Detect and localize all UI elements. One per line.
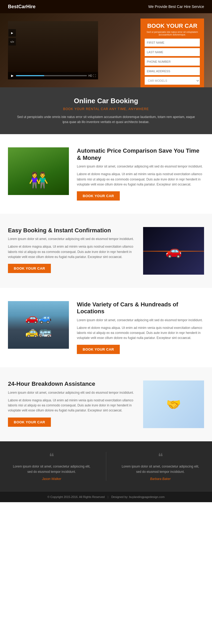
email-input[interactable]	[145, 67, 200, 75]
booking-form-container: BOOK YOUR CAR Sed ut perspiciatis iste n…	[140, 19, 204, 87]
online-booking-section: Online Car Booking BOOK YOUR RENTAL CAR …	[0, 87, 212, 134]
feature-title-3: Wide Variety of Cars & Hundreads of Loca…	[77, 301, 204, 315]
feature-content-4: 24-Hour Breakdown Assistance Lorem ipsum…	[8, 380, 135, 427]
testimonial-text-1: Lorem ipsum dolor sit amet, consectetur …	[11, 464, 93, 474]
speed-car-art	[143, 227, 204, 275]
site-header: BestCarHire We Provide Best Car Hire Ser…	[0, 0, 212, 13]
video-sidebar-icon-2[interactable]: </>	[8, 38, 16, 46]
feature-title-4: 24-Hour Breakdown Assistance	[8, 380, 135, 387]
progress-bar[interactable]	[16, 75, 87, 76]
footer-divider: |	[108, 495, 108, 498]
feature-text-3b: Labore et dolore magna aliqua. Ut enim a…	[77, 325, 204, 341]
feature-text-2a: Lorem ipsum dolor sit amet, consectetur …	[8, 237, 135, 242]
feature-row-4: 🤝 24-Hour Breakdown Assistance Lorem ips…	[8, 380, 204, 428]
booking-form: CAR MODELS Sedan SUV Hatchback Convertib…	[145, 39, 200, 87]
testimonial-2: ❝ Lorem ipsum dolor sit amet, consectetu…	[117, 452, 204, 480]
testimonial-name-1: Jason Walker	[11, 477, 93, 481]
first-name-input[interactable]	[145, 39, 200, 47]
hero-section: ▶ </> ▶ HD ⛶ BOOK YOUR CAR Sed ut perspi…	[0, 13, 212, 87]
footer-designed-by: Designed by: buylandingpagedesign.com	[111, 495, 165, 498]
feature-text-1a: Lorem ipsum dolor sit amet, consectetur …	[77, 164, 204, 169]
feature-text-4b: Labore et dolore magna aliqua. Ut enim a…	[8, 398, 135, 413]
feature-text-1b: Labore et dolore magna aliqua. Ut enim a…	[77, 172, 204, 187]
feature-image-car-lot: 🚗🚙 🚕🚌	[8, 301, 69, 349]
phone-input[interactable]	[145, 58, 200, 66]
feature-easy-booking: Easy Booking & Instant Confirmation Lore…	[0, 214, 212, 288]
feature-wide-variety: 🚗🚙 🚕🚌 Wide Variety of Cars & Hundreads o…	[0, 288, 212, 368]
last-name-input[interactable]	[145, 48, 200, 56]
book-car-button-1[interactable]: BOOK YOUR CAR	[77, 191, 120, 201]
testimonial-name-2: Barbara Baker	[120, 477, 202, 481]
feature-content-1: Automatic Price Comparison Save You Time…	[77, 147, 204, 201]
quote-icon-1: ❝	[11, 452, 93, 461]
fullscreen-icon[interactable]: ⛶	[93, 74, 96, 77]
quote-icon-2: ❝	[120, 452, 202, 461]
site-logo: BestCarHire	[8, 4, 36, 10]
book-car-button-4[interactable]: BOOK YOUR CAR	[8, 418, 51, 427]
booking-form-subtitle: Sed ut perspiciatis iste natus error sit…	[145, 31, 200, 36]
feature-text-4a: Lorem ipsum dolor sit amet, consectetur …	[8, 390, 135, 395]
video-sidebar-icons: ▶ </>	[8, 29, 16, 46]
video-sidebar-icon-1[interactable]: ▶	[8, 29, 16, 37]
footer-copyright: © Copyright 2015-2016. All Rights Reserv…	[47, 495, 105, 498]
car-models-select[interactable]: CAR MODELS Sedan SUV Hatchback Convertib…	[145, 77, 200, 85]
video-extra-icons: HD ⛶	[89, 74, 96, 77]
dealer-art: 🤝	[143, 380, 204, 428]
online-booking-text: Sed ut perspiciatis unde omnis iste natu…	[16, 115, 196, 125]
testimonial-divider	[106, 452, 106, 480]
feature-row-1: Automatic Price Comparison Save You Time…	[8, 147, 204, 201]
online-booking-title: Online Car Booking	[16, 97, 196, 105]
couple-art	[8, 147, 69, 195]
play-button[interactable]: ▶	[10, 74, 14, 78]
feature-content-2: Easy Booking & Instant Confirmation Lore…	[8, 227, 135, 273]
feature-price-comparison: Automatic Price Comparison Save You Time…	[0, 134, 212, 214]
site-footer: © Copyright 2015-2016. All Rights Reserv…	[0, 491, 212, 502]
video-player: ▶ </> ▶ HD ⛶	[8, 21, 98, 79]
testimonial-1: ❝ Lorem ipsum dolor sit amet, consectetu…	[8, 452, 95, 480]
feature-text-3a: Lorem ipsum dolor sit amet, consectetur …	[77, 318, 204, 323]
hd-icon: HD	[89, 74, 92, 77]
feature-image-dealer: 🤝	[143, 380, 204, 428]
feature-title-2: Easy Booking & Instant Confirmation	[8, 227, 135, 234]
online-booking-subtitle: BOOK YOUR RENTAL CAR ANY TIME, ANYWHERE	[16, 107, 196, 111]
testimonial-text-2: Lorem ipsum dolor sit amet, consectetur …	[120, 464, 202, 474]
book-car-button-2[interactable]: BOOK YOUR CAR	[8, 264, 51, 273]
car-lot-art: 🚗🚙 🚕🚌	[8, 301, 69, 349]
book-car-button-3[interactable]: BOOK YOUR CAR	[77, 345, 120, 354]
video-controls: ▶ HD ⛶	[8, 72, 98, 79]
feature-row-2: Easy Booking & Instant Confirmation Lore…	[8, 227, 204, 275]
feature-image-couple	[8, 147, 69, 195]
header-tagline: We Provide Best Car Hire Service	[148, 4, 204, 9]
feature-image-speed-car	[143, 227, 204, 275]
feature-breakdown: 🤝 24-Hour Breakdown Assistance Lorem ips…	[0, 367, 212, 441]
testimonials-section: ❝ Lorem ipsum dolor sit amet, consectetu…	[0, 441, 212, 491]
feature-content-3: Wide Variety of Cars & Hundreads of Loca…	[77, 301, 204, 354]
feature-text-2b: Labore et dolore magna aliqua. Ut enim a…	[8, 244, 135, 260]
feature-title-1: Automatic Price Comparison Save You Time…	[77, 147, 204, 161]
booking-form-title: BOOK YOUR CAR	[145, 23, 200, 29]
progress-fill	[16, 75, 44, 76]
feature-row-3: 🚗🚙 🚕🚌 Wide Variety of Cars & Hundreads o…	[8, 301, 204, 354]
